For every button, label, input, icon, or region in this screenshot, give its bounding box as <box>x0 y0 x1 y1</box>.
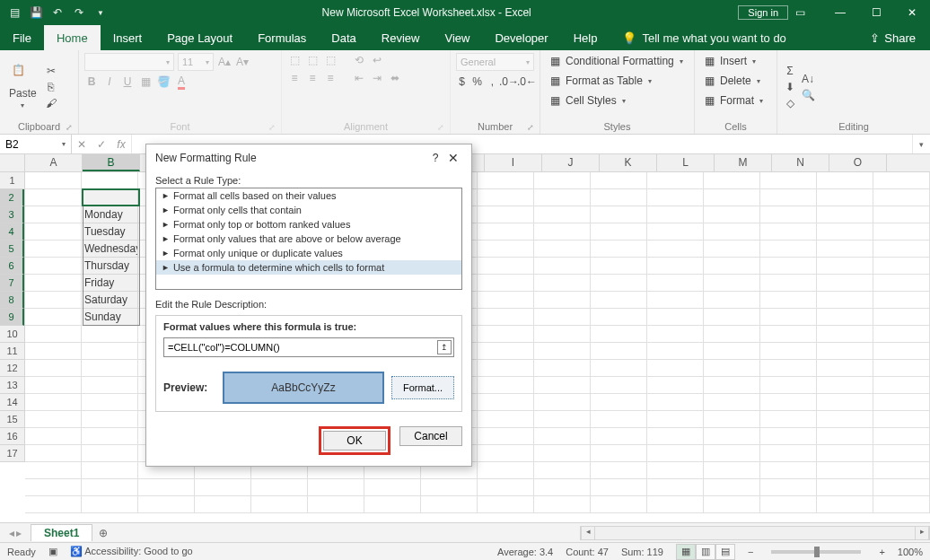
row-header[interactable]: 13 <box>0 377 24 394</box>
copy-icon[interactable]: ⎘ <box>44 80 58 94</box>
cell[interactable] <box>873 172 930 189</box>
number-launcher-icon[interactable]: ⤢ <box>527 123 534 132</box>
cell[interactable] <box>478 258 534 275</box>
formula-field[interactable] <box>163 337 454 357</box>
row-header[interactable]: 9 <box>0 309 24 326</box>
conditional-formatting-button[interactable]: ▦Conditional Formatting▾ <box>546 53 685 69</box>
cell[interactable] <box>873 275 930 292</box>
rule-type-list[interactable]: ►Format all cells based on their values►… <box>155 188 462 290</box>
cell[interactable] <box>478 394 534 411</box>
cut-icon[interactable]: ✂ <box>44 64 58 78</box>
cell[interactable] <box>760 479 817 496</box>
cell[interactable] <box>873 309 930 326</box>
cell[interactable] <box>873 206 930 223</box>
cell[interactable] <box>364 496 421 513</box>
cell[interactable] <box>25 309 82 326</box>
sheet-nav-next-icon[interactable]: ▸ <box>16 527 22 539</box>
cell[interactable] <box>873 394 930 411</box>
percent-icon[interactable]: % <box>471 74 483 89</box>
cell[interactable] <box>873 479 930 496</box>
cell[interactable] <box>817 462 873 479</box>
cell[interactable] <box>817 206 873 223</box>
cell[interactable] <box>873 292 930 309</box>
cell[interactable] <box>817 241 873 258</box>
cell[interactable] <box>760 428 817 445</box>
sheet-nav-prev-icon[interactable]: ◂ <box>9 527 14 539</box>
cell[interactable] <box>873 411 930 428</box>
cell[interactable] <box>817 189 873 206</box>
cell[interactable] <box>534 223 591 241</box>
cell[interactable] <box>25 360 82 377</box>
cell[interactable] <box>704 377 760 394</box>
tab-home[interactable]: Home <box>44 25 101 50</box>
paste-button[interactable]: 📋 Paste ▾ <box>5 62 40 111</box>
cell[interactable] <box>364 479 421 496</box>
row-header[interactable]: 11 <box>0 343 24 360</box>
cell[interactable] <box>704 428 760 445</box>
zoom-out-button[interactable]: − <box>748 547 753 557</box>
find-select-icon[interactable]: 🔍 <box>801 88 815 102</box>
cell[interactable]: Wednesday <box>82 241 138 258</box>
cell[interactable] <box>478 496 534 513</box>
cell[interactable] <box>82 411 138 428</box>
ok-button[interactable]: OK <box>323 431 386 451</box>
alignment-launcher-icon[interactable]: ⤢ <box>437 123 444 132</box>
cell[interactable] <box>82 343 138 360</box>
cell[interactable] <box>82 394 138 411</box>
format-button[interactable]: Format... <box>391 376 454 399</box>
cell[interactable] <box>873 496 930 513</box>
cell[interactable] <box>82 428 138 445</box>
column-header[interactable]: L <box>657 154 715 171</box>
clear-icon[interactable]: ◇ <box>783 96 797 110</box>
column-header[interactable]: M <box>715 154 772 171</box>
align-top-icon[interactable]: ⬚ <box>287 53 302 67</box>
cell[interactable] <box>647 343 704 360</box>
cell[interactable]: Monday <box>82 206 138 223</box>
cell[interactable] <box>421 496 478 513</box>
cell[interactable] <box>704 275 760 292</box>
cell[interactable] <box>534 172 591 189</box>
name-box[interactable]: B2▾ <box>0 135 72 153</box>
fill-icon[interactable]: ⬇ <box>783 80 797 94</box>
wrap-text-icon[interactable]: ↩ <box>370 53 384 67</box>
cell[interactable] <box>760 445 817 462</box>
cell[interactable] <box>647 377 704 394</box>
cell[interactable] <box>760 496 817 513</box>
column-header[interactable]: K <box>600 154 657 171</box>
rule-type-item[interactable]: ►Format only unique or duplicate values <box>156 246 461 260</box>
cell[interactable] <box>478 292 534 309</box>
cell[interactable] <box>760 309 817 326</box>
delete-cells-button[interactable]: ▦Delete▾ <box>700 73 762 89</box>
cell[interactable] <box>704 189 760 206</box>
cell[interactable] <box>647 223 704 241</box>
font-color-icon[interactable]: A <box>174 74 189 89</box>
cell[interactable]: Friday <box>82 275 138 292</box>
cell[interactable] <box>82 462 138 479</box>
tab-view[interactable]: View <box>432 25 482 50</box>
format-cells-button[interactable]: ▦Format▾ <box>700 92 765 109</box>
rule-type-item[interactable]: ►Use a formula to determine which cells … <box>156 260 461 275</box>
cell[interactable] <box>478 462 534 479</box>
row-header[interactable]: 3 <box>0 206 24 223</box>
cell[interactable] <box>704 241 760 258</box>
column-header[interactable]: I <box>485 154 542 171</box>
column-header[interactable]: O <box>829 154 887 171</box>
cell[interactable] <box>591 428 647 445</box>
macro-record-icon[interactable]: ▣ <box>48 546 57 557</box>
cell[interactable] <box>817 223 873 241</box>
row-header[interactable]: 6 <box>0 258 24 275</box>
font-launcher-icon[interactable]: ⤢ <box>268 123 276 132</box>
cell[interactable] <box>760 411 817 428</box>
cell[interactable] <box>647 479 704 496</box>
cell[interactable] <box>25 394 82 411</box>
cell[interactable] <box>873 360 930 377</box>
row-header[interactable]: 16 <box>0 428 24 445</box>
cell[interactable] <box>704 172 760 189</box>
cell[interactable] <box>873 377 930 394</box>
cell[interactable] <box>591 462 647 479</box>
add-sheet-button[interactable]: ⊕ <box>92 527 114 539</box>
cell[interactable] <box>82 326 138 343</box>
enter-formula-icon[interactable]: ✓ <box>92 138 111 151</box>
cell[interactable] <box>817 428 873 445</box>
increase-indent-icon[interactable]: ⇥ <box>370 71 384 85</box>
